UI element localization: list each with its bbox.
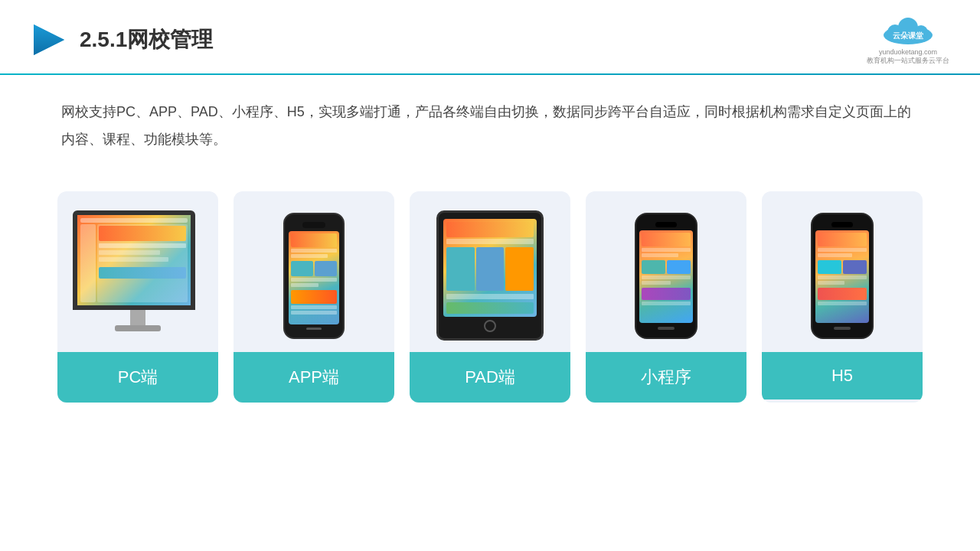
page-title: 2.5.1网校管理 [80, 25, 213, 54]
play-icon [31, 21, 67, 58]
h5-home-bar [834, 327, 851, 330]
phone-notch [302, 222, 325, 228]
card-miniprogram: 小程序 [586, 191, 746, 403]
mini-home-bar [658, 327, 675, 330]
card-h5: H5 [762, 191, 923, 403]
card-h5-image [762, 191, 923, 352]
tablet-home-button [484, 320, 496, 332]
card-pad: PAD端 [410, 191, 570, 403]
description-text: 网校支持PC、APP、PAD、小程序、H5，实现多端打通，产品各终端自由切换，数… [61, 98, 919, 153]
svg-marker-1 [34, 24, 64, 55]
card-miniprogram-image [586, 191, 746, 352]
page: 2.5.1网校管理 云朵课堂 yunduoketang.com 教育机构一站式服… [0, 0, 980, 551]
h5-notch [831, 222, 853, 227]
card-app-label: APP端 [234, 352, 394, 403]
miniprogram-phone-icon [635, 213, 697, 339]
card-app: APP端 [234, 191, 394, 403]
logo-tagline: 教育机构一站式服务云平台 [867, 56, 949, 66]
cards-container: PC端 [0, 168, 980, 425]
phone-app-icon [283, 213, 345, 339]
logo-url: yunduoketang.com [879, 48, 937, 56]
mini-notch [655, 222, 677, 227]
card-pc: PC端 [57, 191, 218, 403]
card-app-image [234, 191, 394, 352]
cloud-logo: 云朵课堂 [874, 14, 942, 48]
card-pc-image [57, 191, 218, 352]
svg-text:云朵课堂: 云朵课堂 [893, 31, 924, 40]
card-h5-label: H5 [762, 352, 923, 399]
pc-monitor-icon [73, 210, 203, 341]
card-pad-label: PAD端 [410, 352, 570, 403]
phone-screen [289, 231, 339, 324]
h5-phone-icon [811, 213, 874, 339]
card-miniprogram-label: 小程序 [586, 352, 746, 403]
header-left: 2.5.1网校管理 [31, 21, 213, 58]
tablet-icon [436, 210, 544, 341]
mini-screen [639, 230, 693, 323]
card-pad-image [410, 191, 570, 352]
header: 2.5.1网校管理 云朵课堂 yunduoketang.com 教育机构一站式服… [0, 0, 980, 66]
description: 网校支持PC、APP、PAD、小程序、H5，实现多端打通，产品各终端自由切换，数… [0, 75, 980, 161]
logo-area: 云朵课堂 yunduoketang.com 教育机构一站式服务云平台 [867, 14, 949, 66]
card-pc-label: PC端 [57, 352, 218, 403]
h5-screen [815, 230, 869, 323]
phone-home-button [306, 328, 322, 330]
tablet-screen [443, 219, 537, 317]
